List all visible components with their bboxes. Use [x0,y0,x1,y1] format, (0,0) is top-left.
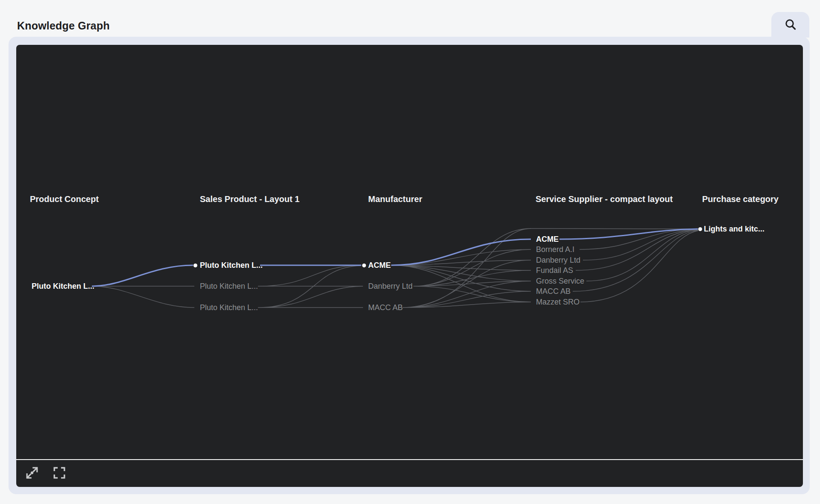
column-header-service-supplier: Service Supplier - compact layout [536,194,673,204]
node-manufacturer-acme[interactable]: ACME [368,261,391,270]
node-purchase-category[interactable]: Lights and kitc... [704,225,764,234]
search-icon [783,17,798,32]
fullscreen-button[interactable] [51,465,67,481]
column-header-purchase-category: Purchase category [702,194,779,204]
canvas-footer-divider [16,459,803,460]
node-supplier-acme[interactable]: ACME [536,235,559,244]
node-supplier-bornerd[interactable]: Bornerd A.I [536,245,574,254]
node-supplier-fundail[interactable]: Fundail AS [536,266,573,275]
node-product-concept[interactable]: Pluto Kitchen L... [32,282,94,291]
column-header-sales-product: Sales Product - Layout 1 [200,194,299,204]
node-supplier-gross[interactable]: Gross Service [536,277,584,286]
fullscreen-icon [52,465,67,482]
node-sales-product-1[interactable]: Pluto Kitchen L... [200,261,263,270]
graph-canvas[interactable]: Product Concept Sales Product - Layout 1… [16,45,803,487]
node-sales-product-2[interactable]: Pluto Kitchen L... [200,282,258,291]
search-button[interactable] [771,12,809,38]
node-supplier-mazzet[interactable]: Mazzet SRO [536,298,580,307]
node-manufacturer-macc[interactable]: MACC AB [368,303,403,312]
zoom-to-fit-button[interactable] [24,465,40,481]
node-supplier-macc[interactable]: MACC AB [536,287,571,296]
node-dot [193,264,197,267]
diagonal-expand-icon [24,465,40,482]
node-sales-product-3[interactable]: Pluto Kitchen L... [200,303,258,312]
graph-panel: Product Concept Sales Product - Layout 1… [9,37,810,494]
edge-highlighted-path [92,229,698,286]
edges-product-to-sales [92,286,194,308]
graph-edges-layer [16,45,803,487]
column-header-product-concept: Product Concept [30,194,99,204]
node-supplier-danberry[interactable]: Danberry Ltd [536,256,580,265]
edges-sales-to-manufacturer [258,265,363,308]
page-title: Knowledge Graph [17,20,110,32]
column-header-manufacturer: Manufacturer [368,194,422,204]
node-manufacturer-danberry[interactable]: Danberry Ltd [368,282,413,291]
node-dot [362,264,366,267]
node-dot [698,227,702,231]
